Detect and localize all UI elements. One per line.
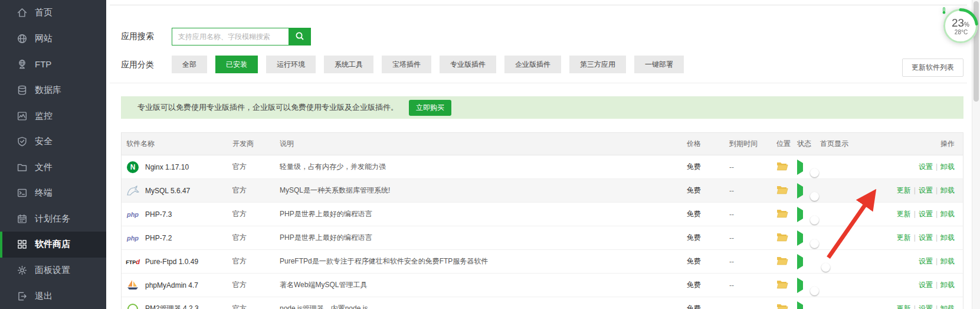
table-header-cell: 开发商: [232, 139, 280, 149]
status-cell: [797, 305, 820, 309]
table-row: PM2管理器 4.2.3 官方 node.js管理器，内置node.js 免费 …: [122, 297, 963, 309]
table-header-cell: 状态: [797, 139, 820, 149]
row-action-link[interactable]: 卸载: [940, 210, 955, 218]
folder-icon[interactable]: [776, 306, 788, 309]
row-action-link[interactable]: 卸载: [940, 257, 955, 265]
row-action-link[interactable]: 卸载: [940, 281, 955, 289]
sidebar-item[interactable]: 首页: [0, 0, 106, 26]
row-action-link[interactable]: 设置: [919, 281, 933, 289]
search-input[interactable]: [172, 28, 289, 45]
row-action-link[interactable]: 卸载: [940, 233, 955, 242]
row-action-link[interactable]: 设置: [919, 186, 933, 194]
row-action-link[interactable]: 设置: [919, 304, 933, 309]
terminal-icon: [17, 188, 27, 198]
table-row: MySQL 5.6.47 官方 MySQL是一种关系数据库管理系统! 免费 --…: [122, 179, 963, 203]
globe-icon: [17, 34, 27, 44]
search-label: 应用搜索: [121, 31, 154, 42]
developer-cell: 官方: [232, 256, 280, 266]
row-action-link[interactable]: 设置: [919, 162, 933, 171]
row-action-link[interactable]: 更新: [897, 210, 911, 218]
table-row: php PHP-7.3 官方 PHP是世界上最好的编程语言 免费 -- 更新|设…: [122, 203, 963, 226]
folder-icon[interactable]: [776, 188, 788, 196]
category-button[interactable]: 第三方应用: [569, 56, 626, 73]
description-cell: node.js管理器，内置node.js: [280, 304, 687, 309]
ftp-icon: [17, 59, 27, 69]
update-software-list-button[interactable]: 更新软件列表: [902, 58, 963, 77]
sidebar-item[interactable]: 软件商店: [0, 232, 106, 258]
category-button[interactable]: 一键部署: [634, 56, 684, 73]
sidebar-item[interactable]: 面板设置: [0, 258, 106, 284]
category-button[interactable]: 已安装: [215, 56, 258, 73]
software-name-cell: MySQL 5.6.47: [126, 185, 232, 197]
folder-icon: [17, 162, 27, 173]
category-button[interactable]: 系统工具: [324, 56, 373, 73]
software-name: Pure-Ftpd 1.0.49: [145, 258, 198, 266]
row-action-link[interactable]: 卸载: [940, 162, 955, 171]
row-action-link[interactable]: 更新: [897, 186, 911, 194]
folder-icon[interactable]: [776, 164, 788, 173]
software-name: MySQL 5.6.47: [145, 187, 190, 195]
monitor-icon: [17, 111, 27, 121]
category-button[interactable]: 专业版插件: [440, 56, 496, 73]
table-row: FTPd Pure-Ftpd 1.0.49 官方 PureFTPd是一款专注于程…: [122, 250, 963, 274]
folder-icon[interactable]: [776, 235, 788, 243]
shield-icon: [17, 136, 27, 147]
developer-cell: 官方: [232, 162, 280, 172]
sidebar-item[interactable]: 终端: [0, 180, 106, 206]
row-action-link[interactable]: 卸载: [940, 304, 955, 309]
buy-now-button[interactable]: 立即购买: [409, 100, 451, 116]
category-button[interactable]: 宝塔插件: [382, 56, 431, 73]
description-cell: 轻量级，占有内存少，并发能力强: [280, 162, 687, 172]
sidebar-item-label: 监控: [35, 110, 53, 122]
row-action-link[interactable]: 设置: [919, 257, 933, 265]
folder-icon[interactable]: [776, 282, 788, 291]
temperature: 28°C: [953, 29, 968, 35]
table-row: phpMyAdmin 4.7 官方 著名Web端MySQL管理工具 免费 -- …: [122, 274, 963, 297]
sidebar-item-label: FTP: [35, 59, 51, 69]
category-button[interactable]: 全部: [172, 56, 207, 73]
category-button[interactable]: 企业版插件: [504, 56, 561, 73]
sidebar-item[interactable]: 文件: [0, 154, 106, 180]
table-body: N Nginx 1.17.10 官方 轻量级，占有内存少，并发能力强 免费 --…: [122, 155, 963, 309]
sidebar-item[interactable]: 退出: [0, 283, 106, 309]
description-cell: 著名Web端MySQL管理工具: [280, 280, 687, 290]
folder-icon[interactable]: [776, 212, 788, 220]
developer-cell: 官方: [232, 186, 280, 196]
expire-cell: --: [729, 210, 776, 219]
running-status-icon: [797, 183, 803, 199]
table-header-cell: 说明: [280, 139, 687, 149]
description-cell: MySQL是一种关系数据库管理系统!: [280, 186, 687, 196]
table-header-cell: 首页显示: [820, 139, 879, 149]
location-cell: [776, 185, 797, 196]
expire-cell: --: [729, 163, 776, 171]
row-action-link[interactable]: 更新: [897, 233, 911, 242]
actions-cell: 设置|卸载: [879, 280, 958, 290]
category-button[interactable]: 运行环境: [266, 56, 316, 73]
sidebar-item[interactable]: FTP: [0, 51, 106, 77]
developer-cell: 官方: [232, 280, 280, 290]
sidebar-item[interactable]: 数据库: [0, 77, 106, 103]
sidebar-item[interactable]: 安全: [0, 129, 106, 155]
software-name-cell: php PHP-7.2: [126, 232, 232, 244]
actions-cell: 更新|设置|卸载: [879, 304, 958, 309]
sidebar-item[interactable]: 网站: [0, 26, 106, 52]
actions-cell: 设置|卸载: [879, 256, 958, 266]
system-monitor-gauge[interactable]: 23% 28°C: [942, 7, 979, 45]
row-action-link[interactable]: 卸载: [940, 186, 955, 194]
software-store-page: 首页 网站 FTP 数据库 监控 安全 文件 终端 计划任务 软件商店 面板设置: [0, 0, 980, 309]
page-scrollbar[interactable]: [972, 0, 980, 309]
row-action-link[interactable]: 更新: [897, 304, 911, 309]
row-action-link[interactable]: 设置: [919, 233, 933, 242]
gear-icon: [17, 265, 27, 275]
sidebar-item-label: 软件商店: [35, 239, 70, 250]
running-status-icon: [797, 254, 803, 269]
sidebar-item[interactable]: 监控: [0, 103, 106, 129]
folder-icon[interactable]: [776, 259, 788, 267]
pure-ftpd-app-icon: FTPd: [126, 258, 140, 265]
sidebar-item[interactable]: 计划任务: [0, 206, 106, 232]
row-action-link[interactable]: 设置: [919, 210, 933, 218]
notice-text: 专业版可以免费使用专业版插件，企业版可以免费使用专业版及企业版插件。: [137, 102, 398, 113]
search-button[interactable]: [289, 28, 311, 45]
software-name: PHP-7.3: [145, 210, 172, 219]
developer-cell: 官方: [232, 209, 280, 219]
